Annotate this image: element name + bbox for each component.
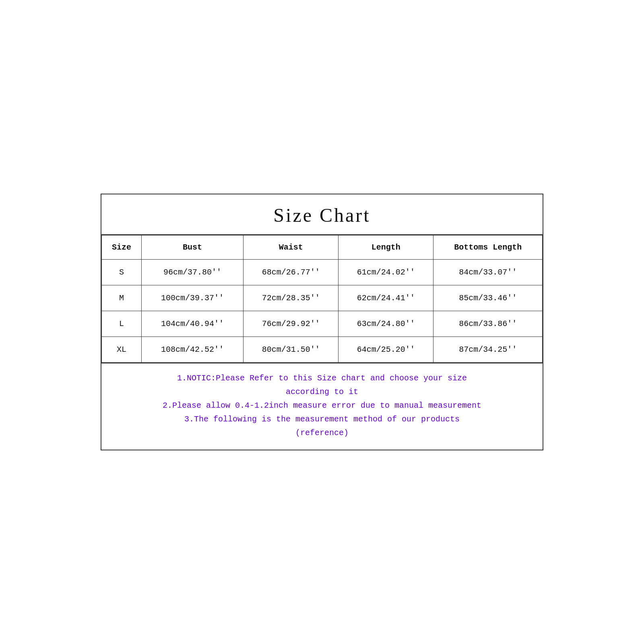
size-l: L [102,311,142,337]
size-m: M [102,285,142,311]
bust-m: 100cm/39.37'' [141,285,243,311]
note-line-3: 2.Please allow 0.4-1.2inch measure error… [111,399,533,413]
header-bust: Bust [141,235,243,260]
bottoms-l: 86cm/33.86'' [433,311,543,337]
bust-s: 96cm/37.80'' [141,260,243,285]
waist-l: 76cm/29.92'' [244,311,339,337]
size-chart-container: Size Chart Size Bust Waist Length Bottom… [101,194,543,450]
note-line-5: (reference) [111,426,533,440]
table-row: S 96cm/37.80'' 68cm/26.77'' 61cm/24.02''… [102,260,543,285]
size-s: S [102,260,142,285]
length-s: 61cm/24.02'' [339,260,433,285]
length-m: 62cm/24.41'' [339,285,433,311]
header-size: Size [102,235,142,260]
length-l: 63cm/24.80'' [339,311,433,337]
table-row: L 104cm/40.94'' 76cm/29.92'' 63cm/24.80'… [102,311,543,337]
waist-s: 68cm/26.77'' [244,260,339,285]
note-line-2: according to it [111,385,533,399]
notes-section: 1.NOTIC:Please Refer to this Size chart … [101,363,543,450]
bottoms-s: 84cm/33.07'' [433,260,543,285]
size-xl: XL [102,337,142,363]
bust-l: 104cm/40.94'' [141,311,243,337]
page-wrapper: Size Chart Size Bust Waist Length Bottom… [0,0,644,644]
length-xl: 64cm/25.20'' [339,337,433,363]
table-row: XL 108cm/42.52'' 80cm/31.50'' 64cm/25.20… [102,337,543,363]
bottoms-xl: 87cm/34.25'' [433,337,543,363]
chart-title: Size Chart [101,194,543,235]
waist-m: 72cm/28.35'' [244,285,339,311]
header-length: Length [339,235,433,260]
table-header-row: Size Bust Waist Length Bottoms Length [102,235,543,260]
table-row: M 100cm/39.37'' 72cm/28.35'' 62cm/24.41'… [102,285,543,311]
note-line-4: 3.The following is the measurement metho… [111,413,533,426]
header-waist: Waist [244,235,339,260]
bottoms-m: 85cm/33.46'' [433,285,543,311]
waist-xl: 80cm/31.50'' [244,337,339,363]
note-line-1: 1.NOTIC:Please Refer to this Size chart … [111,372,533,385]
size-table: Size Bust Waist Length Bottoms Length S … [101,235,543,363]
header-bottoms-length: Bottoms Length [433,235,543,260]
bust-xl: 108cm/42.52'' [141,337,243,363]
